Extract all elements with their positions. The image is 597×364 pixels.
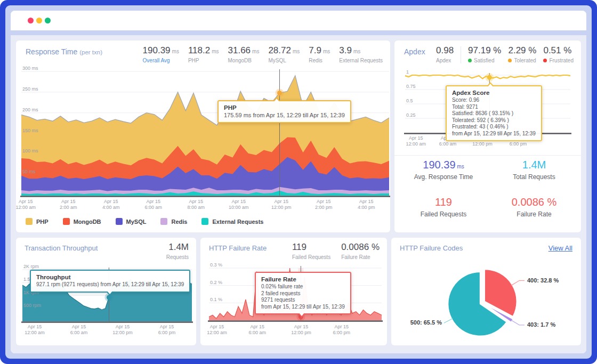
y-tick-label: 500 rpm <box>23 303 41 308</box>
response-time-tooltip: PHP 175.59 ms from Apr 15, 12:29 till Ap… <box>217 100 351 123</box>
response-time-chart[interactable]: 300 ms250 ms200 ms150 ms100 ms50 ms <box>21 65 389 197</box>
tooltip-line: from Apr 15, 12:29 till Apr 15, 12:39 <box>452 131 536 137</box>
failure-rate-stat-label: Failure Rate <box>341 254 370 260</box>
x-tick-label: Apr 154:00 am <box>102 199 120 211</box>
throughput-total-value: 1.4M <box>168 242 189 253</box>
dashboard-content: Response Time (per txn) 190.39msOverall … <box>11 35 586 353</box>
legend-label: MySQL <box>126 219 147 225</box>
tooltip-line: 0.02% failure rate <box>261 284 345 290</box>
titlebar-divider <box>11 30 586 35</box>
tooltip-title: Failure Rate <box>261 276 345 282</box>
y-tick-label: 100 ms <box>22 148 38 153</box>
y-tick-label: 200 ms <box>22 107 38 112</box>
legend-item-external-requests[interactable]: External Requests <box>201 218 263 225</box>
throughput-card: Transaction Throughput 1.4M Requests 2K … <box>16 238 196 345</box>
response-time-card: Response Time (per txn) 190.39msOverall … <box>16 41 390 232</box>
y-tick-label: 150 ms <box>22 128 38 133</box>
apdex-stat-label: Satisfied <box>468 58 494 63</box>
summary-value: 1.4M <box>489 159 579 171</box>
tooltip-body: 175.59 ms from Apr 15, 12:29 till Apr 15… <box>224 112 345 119</box>
y-tick-label: 250 ms <box>22 86 38 92</box>
x-tick-label: Apr 1512:00 am <box>406 135 426 147</box>
window-maximize-button[interactable] <box>45 18 51 23</box>
response-time-stat: 3.9msExternal Requests <box>339 45 383 63</box>
failure-rate-title: HTTP Failure Rate <box>209 244 267 252</box>
response-time-stat-value: 7.9ms <box>309 45 330 56</box>
x-tick-label: Apr 156:00 am <box>248 324 266 336</box>
legend-label: External Requests <box>212 219 263 225</box>
x-tick-label: Apr 1512:00 pm <box>291 324 311 336</box>
legend-label: PHP <box>36 219 49 225</box>
y-tick-label: 0.75 <box>406 84 416 89</box>
apdex-stat-value: 0.98 <box>436 45 454 56</box>
summary-label: Avg. Response Time <box>399 173 488 181</box>
apdex-stat-label: Frustrated <box>543 58 574 63</box>
window-titlebar <box>11 11 586 30</box>
app-frame: Response Time (per txn) 190.39msOverall … <box>0 0 597 364</box>
legend-item-mysql[interactable]: MySQL <box>116 218 147 225</box>
response-time-stat-value: 31.66ms <box>228 45 260 56</box>
hover-dot <box>487 75 492 80</box>
window-minimize-button[interactable] <box>36 18 42 23</box>
response-time-stat: 190.39msOverall Avg <box>143 45 179 63</box>
x-tick-label: Apr 1512:00 am <box>16 199 36 211</box>
hover-dot <box>277 91 282 95</box>
failure-rate-stat-label: Failed Requests <box>292 254 330 260</box>
y-tick-label: 1 <box>406 69 409 75</box>
x-tick-label: Apr 152:00 pm <box>315 199 333 211</box>
x-tick-label: Apr 1512:00 am <box>25 324 45 336</box>
response-time-title: Response Time (per txn) <box>26 47 102 56</box>
failure-rate-title-text: HTTP Failure Rate <box>209 244 267 252</box>
apdex-stat: 0.51 %Frustrated <box>543 45 574 63</box>
y-tick-label: 300 ms <box>22 66 38 71</box>
legend-item-redis[interactable]: Redis <box>160 218 187 225</box>
tooltip-line: Score: 0.96 <box>452 97 536 104</box>
failure-rate-stat-value: 0.0086 % <box>341 242 380 253</box>
summary-value: 119 <box>399 196 488 208</box>
summary-value: 0.0086 % <box>489 196 579 208</box>
legend-item-mongodb[interactable]: MongoDB <box>63 218 101 225</box>
failure-rate-card: HTTP Failure Rate 119Failed Requests0.00… <box>200 238 387 345</box>
tooltip-line: from Apr 15, 12:29 till Apr 15, 12:39 <box>261 304 345 311</box>
tooltip-pointer <box>273 97 280 101</box>
throughput-tooltip: Throughput 927.1 rpm (9271 requests) fro… <box>30 270 190 293</box>
window-close-button[interactable] <box>28 18 34 23</box>
tooltip-line: Tolerated: 592 ( 6.39% ) <box>452 117 536 124</box>
failure-codes-pie-chart[interactable]: 400: 32.8 %403: 1.7 %500: 65.5 % <box>391 238 581 345</box>
response-time-legend: PHPMongoDBMySQLRedisExternal Requests <box>26 218 263 225</box>
pie-slice-label: 400: 32.8 % <box>527 277 559 284</box>
pie-slice-label: 500: 65.5 % <box>410 319 442 326</box>
x-tick-label: Apr 156:00 am <box>70 324 88 336</box>
hover-dot <box>107 295 111 300</box>
legend-item-php[interactable]: PHP <box>26 218 49 225</box>
summary-stat-avg-response-time: 190.39 msAvg. Response Time <box>399 159 488 181</box>
x-tick-label: Apr 156:00 am <box>144 199 162 211</box>
response-time-title-text: Response Time <box>26 47 77 56</box>
y-tick-label: 50 ms <box>22 169 36 174</box>
apdex-separator <box>394 155 581 156</box>
y-tick-label: 0.1 % <box>210 297 222 302</box>
pie-slice-400[interactable] <box>485 269 517 316</box>
response-time-stat-label: Overall Avg <box>143 58 170 63</box>
tooltip-pointer <box>106 292 114 296</box>
browser-window: Response Time (per txn) 190.39msOverall … <box>11 11 586 353</box>
legend-label: Redis <box>171 219 187 225</box>
x-tick-label: Apr 152:00 am <box>60 199 77 211</box>
x-tick-label: Apr 154:00 pm <box>358 199 375 211</box>
response-time-stat-label: External Requests <box>339 58 383 63</box>
x-tick-label: Apr 1512:00 am <box>207 324 227 336</box>
summary-stat-total-requests: 1.4MTotal Requests <box>489 159 579 181</box>
y-tick-label: 0.3 % <box>210 262 222 268</box>
legend-swatch-icon <box>116 218 123 225</box>
apdex-title-text: Apdex <box>404 47 425 56</box>
frame-inner-border: Response Time (per txn) 190.39msOverall … <box>5 5 592 359</box>
pie-leader-line <box>444 319 453 323</box>
response-time-title-suffix: (per txn) <box>79 49 102 55</box>
response-time-stat-value: 118.2ms <box>188 45 219 56</box>
apdex-stats: 0.98Apdex97.19 %Satisfied2.29 %Tolerated… <box>436 45 574 63</box>
summary-label: Failure Rate <box>489 211 579 218</box>
pie-leader-line <box>511 320 525 325</box>
tooltip-line: Satisfied: 8636 ( 93.15% ) <box>452 110 536 117</box>
apdex-stat: 2.29 %Tolerated <box>508 45 536 63</box>
legend-swatch-icon <box>160 218 167 225</box>
